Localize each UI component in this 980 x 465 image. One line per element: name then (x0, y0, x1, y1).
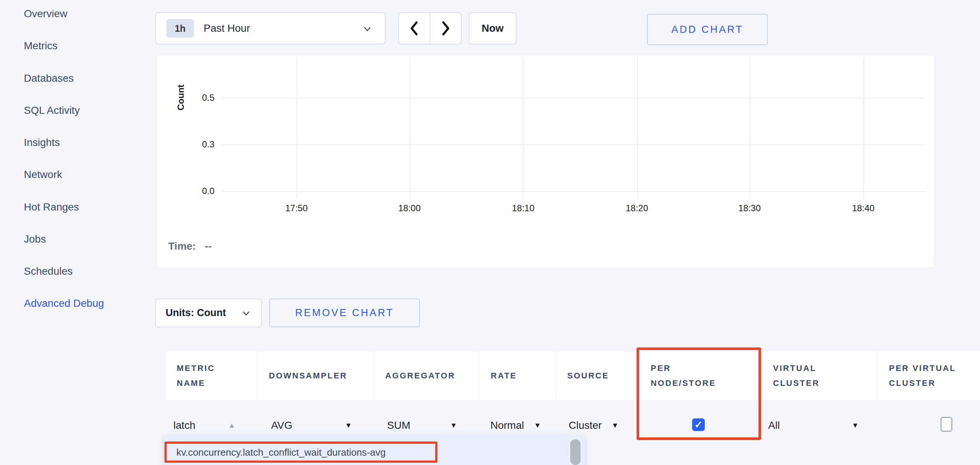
header-line: METRIC (177, 361, 256, 376)
header-line: NODE/STORE (651, 376, 759, 391)
sidebar-item-databases[interactable]: Databases (24, 71, 74, 86)
column-header-per-virtual-cluster: PER VIRTUALCLUSTER (878, 352, 980, 400)
header-line: CLUSTER (889, 376, 980, 391)
metric-name-input[interactable]: latch (173, 419, 196, 432)
sidebar-item-sql-activity[interactable]: SQL Activity (24, 103, 80, 118)
caret-down-icon[interactable]: ▼ (450, 420, 457, 430)
sidebar-item-overview[interactable]: Overview (24, 6, 67, 21)
header-line: VIRTUAL (773, 361, 877, 376)
chart-x-tick: 18:10 (501, 203, 546, 214)
header-line: SOURCE (567, 368, 638, 383)
time-range-label: Past Hour (204, 22, 250, 34)
header-line: CLUSTER (773, 376, 877, 391)
rate-select[interactable]: Normal (490, 419, 524, 432)
time-range-dropdown[interactable]: 1h Past Hour (155, 12, 386, 45)
column-header-metric-name: METRICNAME (165, 352, 256, 400)
units-dropdown[interactable]: Units: Count (155, 299, 262, 327)
header-line: AGGREGATOR (385, 368, 479, 383)
column-header-aggregator: AGGREGATOR (374, 352, 479, 400)
sidebar-item-metrics[interactable]: Metrics (24, 38, 57, 53)
chart-x-tick: 18:00 (387, 203, 432, 214)
chart-x-tick: 18:40 (841, 203, 886, 214)
check-icon: ✓ (694, 419, 703, 431)
caret-down-icon[interactable]: ▼ (534, 420, 541, 430)
advanced-debug-custom-chart-page: Overview Metrics Databases SQL Activity … (0, 0, 980, 465)
column-header-rate: RATE (480, 352, 555, 400)
header-line: PER VIRTUAL (889, 361, 980, 376)
chart-y-tick: 0.3 (188, 138, 215, 151)
header-line: DOWNSAMPLER (269, 368, 373, 383)
time-range-badge: 1h (166, 19, 194, 38)
now-button[interactable]: Now (469, 12, 517, 45)
chart-x-tick: 17:50 (274, 203, 319, 214)
per-virtual-cluster-checkbox[interactable]: ✓ (940, 417, 952, 432)
chevron-down-icon (361, 24, 374, 35)
caret-down-icon[interactable]: ▼ (852, 420, 859, 430)
units-dropdown-label: Units: Count (165, 307, 226, 319)
time-back-button[interactable] (399, 13, 430, 44)
sidebar-item-hot-ranges[interactable]: Hot Ranges (24, 200, 79, 214)
time-forward-button[interactable] (430, 13, 461, 44)
metric-suggestion-item[interactable]: kv.concurrency.latch_conflict_wait_durat… (167, 444, 434, 461)
add-chart-button[interactable]: ADD CHART (647, 14, 768, 45)
chart-plot-area[interactable] (221, 57, 925, 199)
chart-y-axis-label: Count (175, 69, 187, 126)
time-step-buttons (398, 12, 462, 45)
sidebar-item-jobs[interactable]: Jobs (24, 232, 46, 247)
caret-up-icon[interactable]: ▲ (228, 420, 235, 430)
chevron-right-icon (440, 20, 451, 37)
chevron-left-icon (409, 20, 420, 37)
sidebar-item-insights[interactable]: Insights (24, 135, 60, 150)
caret-down-icon[interactable]: ▼ (345, 420, 352, 430)
header-line: RATE (491, 368, 555, 383)
column-header-downsampler: DOWNSAMPLER (258, 352, 373, 400)
column-header-per-node-store: PERNODE/STORE (640, 352, 759, 400)
column-header-virtual-cluster: VIRTUALCLUSTER (762, 352, 877, 400)
downsampler-select[interactable]: AVG (271, 419, 292, 432)
remove-chart-button[interactable]: REMOVE CHART (269, 299, 420, 327)
aggregator-select[interactable]: SUM (387, 419, 410, 432)
header-line: NAME (177, 376, 256, 391)
virtual-cluster-select[interactable]: All (768, 419, 780, 432)
chart-x-tick: 18:30 (727, 203, 772, 214)
per-node-store-checkbox[interactable]: ✓ (692, 419, 705, 431)
chart-y-tick: 0.0 (188, 185, 215, 197)
column-header-source: SOURCE (556, 352, 638, 400)
chevron-down-icon (240, 308, 252, 319)
chart-x-tick: 18:20 (614, 203, 659, 214)
source-select[interactable]: Cluster (569, 419, 602, 432)
chart-hover-time-label: Time: (168, 240, 196, 252)
chart-hover-time-value: -- (205, 240, 212, 252)
sidebar-item-advanced-debug[interactable]: Advanced Debug (24, 296, 104, 311)
chart-y-tick: 0.5 (188, 91, 215, 104)
chart-panel (156, 55, 934, 268)
caret-down-icon[interactable]: ▼ (612, 420, 619, 430)
header-line: PER (651, 361, 759, 376)
sidebar-item-network[interactable]: Network (24, 167, 62, 182)
sidebar-item-schedules[interactable]: Schedules (24, 264, 73, 279)
dropdown-scrollbar-thumb[interactable] (570, 439, 581, 465)
